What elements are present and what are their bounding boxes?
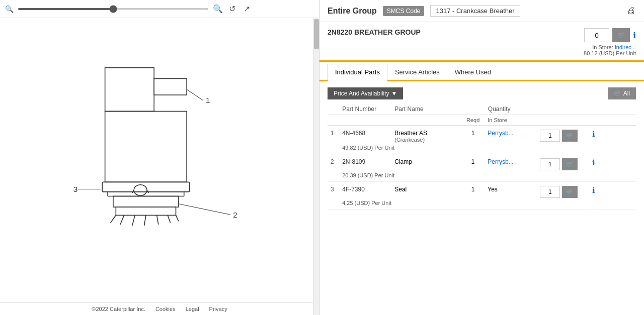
toolbar: 🔍 🔍 ↺ ↗	[0, 0, 319, 18]
price-availability-button[interactable]: Price And Availability ▼	[328, 87, 403, 99]
svg-rect-0	[105, 68, 154, 112]
price-cell-1: 20.39 (USD) Per Unit	[339, 172, 624, 182]
scrollbar-thumb[interactable]	[314, 19, 319, 49]
zoom-slider[interactable]	[18, 8, 209, 10]
parts-area: Price And Availability ▼ 🛒 All Part Numb…	[319, 81, 644, 315]
qty-subheader-row: Reqd In Store	[328, 115, 636, 126]
smcs-code-badge: SMCS Code	[383, 6, 425, 16]
row-qty-input-1[interactable]	[540, 158, 560, 170]
right-header-left: Entire Group SMCS Code 1317 - Crankcase …	[328, 5, 520, 17]
reset-btn[interactable]: ↺	[227, 3, 237, 15]
part-group-name: 2N8220 BREATHER GROUP	[328, 28, 421, 36]
price-row: 49.82 (USD) Per Unit	[328, 145, 636, 154]
cookies-link[interactable]: Cookies	[155, 306, 176, 312]
add-all-button[interactable]: 🛒 All	[608, 87, 636, 99]
svg-line-19	[179, 204, 230, 215]
group-qty-input[interactable]	[584, 28, 609, 42]
in-store-cell: Perrysb...	[485, 154, 537, 173]
qty-controls: 🛒 ℹ In Store: Indirec... 80.12 (USD) Per…	[584, 28, 636, 56]
tabs-row: Individual Parts Service Articles Where …	[319, 64, 644, 81]
table-row: 2 2N-8109 Clamp 1 Perrysb... 🛒 ℹ	[328, 154, 636, 173]
store-link-1[interactable]: Perrysb...	[488, 158, 513, 165]
row-info-icon-0[interactable]: ℹ	[592, 130, 595, 138]
table-row: 1 4N-4668 Breather AS (Crankcase) 1 Perr…	[328, 126, 636, 145]
left-panel: 🔍 🔍 ↺ ↗	[0, 0, 319, 315]
tab-individual-parts[interactable]: Individual Parts	[328, 64, 387, 81]
parts-table-controls: Price And Availability ▼ 🛒 All	[328, 87, 636, 99]
in-store-label: In Store:	[592, 44, 613, 50]
price-cell-2: 4.25 (USD) Per Unit	[339, 200, 624, 209]
tab-where-used[interactable]: Where Used	[447, 64, 499, 80]
cart-icon-0: 🛒	[566, 132, 574, 139]
row-add-cart-button-0[interactable]: 🛒	[562, 130, 578, 142]
svg-text:3: 3	[73, 185, 77, 193]
row-info-cell-0: ℹ	[589, 126, 624, 145]
external-link-btn[interactable]: ↗	[242, 3, 252, 15]
svg-line-17	[187, 89, 203, 100]
store-link[interactable]: Indirec...	[615, 44, 636, 50]
svg-text:2: 2	[233, 211, 237, 219]
table-row: 3 4F-7390 Seal 1 Yes 🛒 ℹ	[328, 182, 636, 200]
svg-line-14	[157, 215, 158, 224]
legal-link[interactable]: Legal	[186, 306, 199, 312]
footer-bar: ©2022 Caterpillar Inc. Cookies Legal Pri…	[0, 302, 319, 315]
price-row: 20.39 (USD) Per Unit	[328, 172, 636, 182]
price-cell-0: 49.82 (USD) Per Unit	[339, 145, 624, 154]
part-number-cell: 2N-8109	[339, 154, 391, 173]
reqd-cell: 1	[461, 182, 485, 200]
print-button[interactable]: 🖨	[627, 6, 636, 16]
tab-service-articles[interactable]: Service Articles	[387, 64, 447, 80]
reqd-cell: 1	[461, 126, 485, 145]
smcs-value: 1317 - Crankcase Breather	[430, 5, 520, 17]
row-info-icon-1[interactable]: ℹ	[592, 158, 595, 167]
zoom-out-icon[interactable]: 🔍	[5, 5, 14, 13]
line-number: 2	[328, 154, 339, 173]
row-qty-input-2[interactable]	[540, 186, 560, 198]
row-info-cell-1: ℹ	[589, 154, 624, 173]
privacy-link[interactable]: Privacy	[209, 306, 227, 312]
row-actions-cell: 🛒	[537, 154, 589, 173]
row-qty-input-0[interactable]	[540, 130, 560, 142]
group-qty-row: 🛒 ℹ	[584, 28, 636, 42]
price-avail-label: Price And Availability	[334, 90, 389, 97]
svg-rect-1	[154, 79, 187, 95]
part-name-cell: Seal	[391, 182, 461, 200]
store-link-0[interactable]: Perrysb...	[488, 130, 513, 137]
quantity-header: Quantity	[461, 103, 537, 115]
price-row: 4.25 (USD) Per Unit	[328, 200, 636, 209]
diagram-area: 1 2 3	[0, 18, 319, 302]
part-name-cell: Breather AS (Crankcase)	[391, 126, 461, 145]
svg-point-5	[134, 185, 147, 196]
part-name-header: Part Name	[391, 103, 461, 115]
right-header: Entire Group SMCS Code 1317 - Crankcase …	[319, 0, 644, 22]
svg-line-11	[120, 215, 124, 224]
reqd-cell: 1	[461, 154, 485, 173]
in-store-cell: Perrysb...	[485, 126, 537, 145]
row-actions-cell: 🛒	[537, 126, 589, 145]
in-store-subheader: In Store	[485, 115, 537, 126]
cart-all-icon: 🛒	[614, 90, 621, 97]
zoom-in-icon[interactable]: 🔍	[213, 4, 223, 14]
cart-icon-2: 🛒	[566, 188, 574, 195]
svg-rect-8	[113, 196, 179, 207]
svg-line-13	[144, 215, 146, 226]
cart-icon: 🛒	[617, 32, 625, 39]
entire-group-label: Entire Group	[328, 7, 377, 16]
group-info-icon[interactable]: ℹ	[633, 31, 636, 40]
svg-rect-2	[105, 112, 187, 182]
group-add-cart-button[interactable]: 🛒	[612, 28, 630, 42]
part-diagram: 1 2 3	[61, 30, 258, 291]
dropdown-arrow-icon: ▼	[391, 90, 397, 97]
row-info-icon-2[interactable]: ℹ	[592, 186, 595, 194]
reqd-subheader: Reqd	[461, 115, 485, 126]
part-group-header: 2N8220 BREATHER GROUP 🛒 ℹ In Store: Indi…	[319, 22, 644, 62]
right-panel: Entire Group SMCS Code 1317 - Crankcase …	[319, 0, 644, 315]
line-number: 3	[328, 182, 339, 200]
part-name-cell: Clamp	[391, 154, 461, 173]
svg-rect-9	[116, 207, 176, 215]
row-add-cart-button-2[interactable]: 🛒	[562, 186, 578, 198]
parts-table: Part Number Part Name Quantity Reqd In S…	[328, 103, 636, 209]
svg-line-12	[132, 215, 135, 226]
scrollbar-track[interactable]	[313, 18, 319, 315]
row-add-cart-button-1[interactable]: 🛒	[562, 158, 578, 170]
